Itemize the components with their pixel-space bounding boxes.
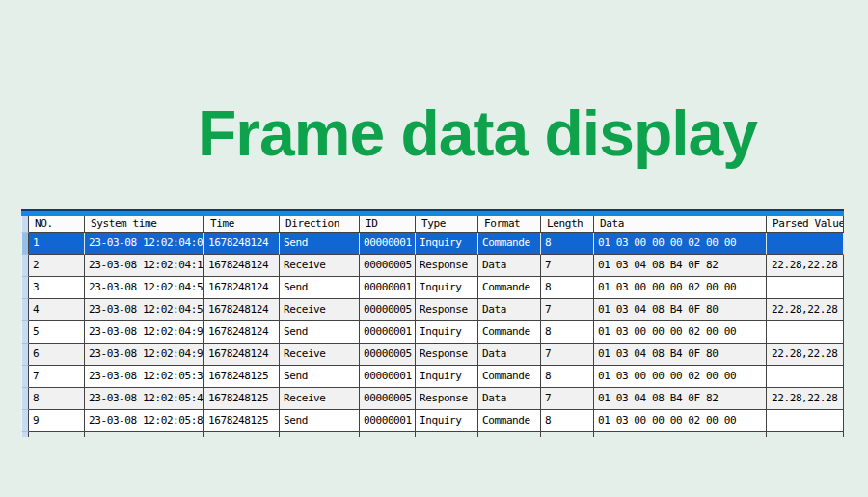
cell-id[interactable]: 00000001 xyxy=(360,233,416,255)
cell-data[interactable]: 01 03 04 08 B4 0F 80 xyxy=(594,299,767,321)
cell-format[interactable]: Commande xyxy=(478,410,541,432)
cell-time[interactable]: 1678248125 xyxy=(204,366,280,388)
cell-direction[interactable]: Receive xyxy=(280,344,360,366)
cell-time[interactable]: 1678248124 xyxy=(204,299,280,321)
cell-id[interactable]: 00000005 xyxy=(360,299,416,321)
cell-data[interactable]: 01 03 04 08 B4 0F 82 xyxy=(594,255,767,277)
cell-direction[interactable]: Receive xyxy=(280,255,360,277)
row-selector-gutter[interactable] xyxy=(21,299,29,321)
cell-time[interactable]: 1678248124 xyxy=(204,321,280,344)
table-row[interactable]: 323-03-08 12:02:04:51678248124Send000000… xyxy=(21,277,844,299)
cell-id[interactable]: 00000005 xyxy=(360,388,416,410)
cell-data[interactable]: 01 03 00 00 00 02 00 00 xyxy=(594,233,767,255)
cell-system_time[interactable]: 23-03-08 12:02:05:8 xyxy=(85,410,204,432)
table-row[interactable]: 923-03-08 12:02:05:81678248125Send000000… xyxy=(21,410,844,432)
column-header-parsed-value[interactable]: Parsed Value xyxy=(767,216,844,233)
cell-data[interactable]: 01 03 00 00 00 02 00 00 xyxy=(594,321,767,344)
cell-system_time[interactable]: 23-03-08 12:02:05:4 xyxy=(85,388,204,410)
cell-type[interactable]: Inquiry xyxy=(416,321,478,344)
cell-length[interactable]: 8 xyxy=(541,321,594,344)
cell-format[interactable]: Commande xyxy=(478,277,541,299)
cell-parsed[interactable]: 22.28,22.28 xyxy=(767,255,844,277)
cell-no[interactable]: 3 xyxy=(29,277,85,299)
cell-no[interactable]: 2 xyxy=(29,255,85,277)
table-row[interactable]: 423-03-08 12:02:04:51678248124Receive000… xyxy=(21,299,844,321)
cell-type[interactable]: Inquiry xyxy=(416,233,478,255)
cell-id[interactable]: 00000005 xyxy=(360,255,416,277)
cell-format[interactable]: Data xyxy=(478,255,541,277)
cell-data[interactable]: 01 03 00 00 00 02 00 00 xyxy=(594,277,767,299)
cell-length[interactable]: 8 xyxy=(541,233,594,255)
cell-length[interactable]: 8 xyxy=(541,366,594,388)
column-header-system-time[interactable]: System time xyxy=(85,216,204,233)
cell-no[interactable]: 1 xyxy=(29,233,85,255)
cell-time[interactable]: 1678248124 xyxy=(204,344,280,366)
cell-id[interactable]: 00000005 xyxy=(360,344,416,366)
cell-format[interactable]: Data xyxy=(478,299,541,321)
cell-length[interactable]: 8 xyxy=(541,410,594,432)
cell-time[interactable]: 1678248124 xyxy=(204,255,280,277)
cell-parsed[interactable] xyxy=(767,277,844,299)
cell-id[interactable]: 00000001 xyxy=(360,277,416,299)
cell-parsed[interactable]: 22.28,22.28 xyxy=(767,344,844,366)
cell-format[interactable]: Data xyxy=(478,344,541,366)
cell-no[interactable]: 6 xyxy=(29,344,85,366)
cell-system_time[interactable]: 23-03-08 12:02:04:1 xyxy=(85,255,204,277)
table-row[interactable]: 823-03-08 12:02:05:41678248125Receive000… xyxy=(21,388,844,410)
cell-type[interactable]: Inquiry xyxy=(416,410,478,432)
cell-time[interactable]: 1678248125 xyxy=(204,410,280,432)
cell-system_time[interactable]: 23-03-08 12:02:04:5 xyxy=(85,277,204,299)
cell-data[interactable]: 01 03 00 00 00 02 00 00 xyxy=(594,410,767,432)
cell-length[interactable]: 7 xyxy=(541,299,594,321)
cell-length[interactable]: 7 xyxy=(541,255,594,277)
row-selector-gutter[interactable] xyxy=(21,233,29,255)
row-selector-gutter[interactable] xyxy=(21,277,29,299)
column-header-format[interactable]: Format xyxy=(478,216,541,233)
row-selector-gutter[interactable] xyxy=(21,366,29,388)
cell-id[interactable]: 00000001 xyxy=(360,321,416,344)
cell-parsed[interactable] xyxy=(767,233,844,255)
cell-format[interactable]: Data xyxy=(478,388,541,410)
cell-system_time[interactable]: 23-03-08 12:02:05:3 xyxy=(85,366,204,388)
cell-format[interactable]: Commande xyxy=(478,321,541,344)
column-header-no[interactable]: NO. xyxy=(29,216,85,233)
cell-system_time[interactable]: 23-03-08 12:02:04:9 xyxy=(85,344,204,366)
cell-parsed[interactable]: 22.28,22.28 xyxy=(767,388,844,410)
table-row[interactable]: 223-03-08 12:02:04:11678248124Receive000… xyxy=(21,255,844,277)
cell-data[interactable]: 01 03 04 08 B4 0F 80 xyxy=(594,344,767,366)
cell-system_time[interactable]: 23-03-08 12:02:04:0 xyxy=(85,233,204,255)
cell-data[interactable]: 01 03 04 08 B4 0F 82 xyxy=(594,388,767,410)
row-selector-gutter[interactable] xyxy=(21,410,29,432)
cell-id[interactable]: 00000001 xyxy=(360,410,416,432)
column-header-length[interactable]: Length xyxy=(541,216,594,233)
cell-type[interactable]: Inquiry xyxy=(416,277,478,299)
cell-length[interactable]: 7 xyxy=(541,388,594,410)
cell-no[interactable]: 5 xyxy=(29,321,85,344)
cell-parsed[interactable] xyxy=(767,410,844,432)
cell-time[interactable]: 1678248124 xyxy=(204,233,280,255)
row-selector-gutter[interactable] xyxy=(21,255,29,277)
cell-id[interactable]: 00000001 xyxy=(360,366,416,388)
column-header-direction[interactable]: Direction xyxy=(280,216,360,233)
cell-parsed[interactable] xyxy=(767,321,844,344)
cell-length[interactable]: 7 xyxy=(541,344,594,366)
cell-parsed[interactable]: 22.28,22.28 xyxy=(767,299,844,321)
row-selector-gutter[interactable] xyxy=(21,388,29,410)
cell-type[interactable]: Response xyxy=(416,388,478,410)
column-header-id[interactable]: ID xyxy=(360,216,416,233)
cell-parsed[interactable] xyxy=(767,366,844,388)
cell-direction[interactable]: Receive xyxy=(280,299,360,321)
cell-direction[interactable]: Send xyxy=(280,233,360,255)
cell-direction[interactable]: Send xyxy=(280,277,360,299)
cell-no[interactable]: 7 xyxy=(29,366,85,388)
cell-type[interactable]: Response xyxy=(416,255,478,277)
cell-system_time[interactable]: 23-03-08 12:02:04:9 xyxy=(85,321,204,344)
cell-direction[interactable]: Receive xyxy=(280,388,360,410)
column-header-time[interactable]: Time xyxy=(204,216,280,233)
table-row[interactable]: 123-03-08 12:02:04:01678248124Send000000… xyxy=(21,233,844,255)
table-row[interactable]: 623-03-08 12:02:04:91678248124Receive000… xyxy=(21,344,844,366)
cell-format[interactable]: Commande xyxy=(478,366,541,388)
cell-length[interactable]: 8 xyxy=(541,277,594,299)
cell-direction[interactable]: Send xyxy=(280,366,360,388)
table-row[interactable]: 523-03-08 12:02:04:91678248124Send000000… xyxy=(21,321,844,344)
